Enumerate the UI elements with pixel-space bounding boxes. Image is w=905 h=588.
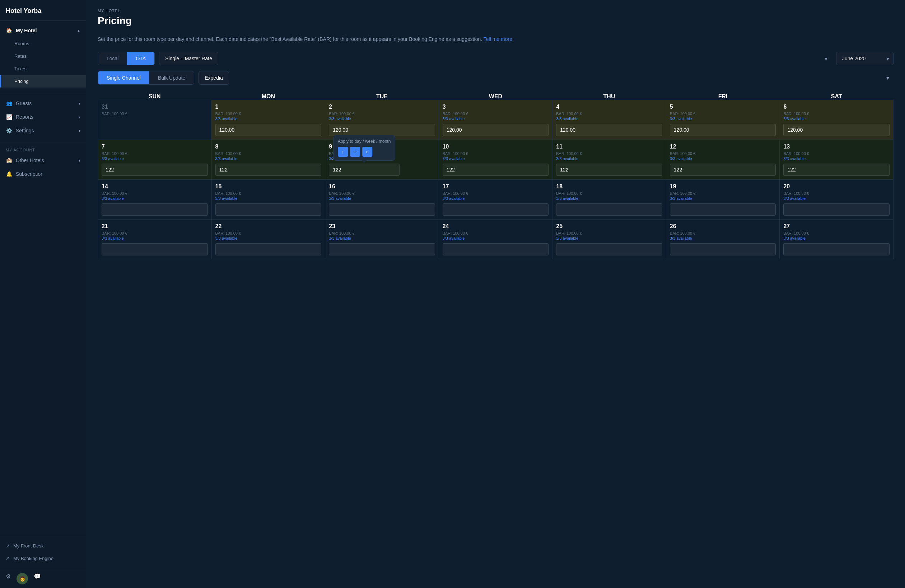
day-bar-rate: BAR: 100,00 €: [329, 112, 435, 116]
description-text: Set the price for this room type per day…: [98, 35, 894, 43]
day-bar-rate: BAR: 100,00 €: [556, 151, 662, 156]
sidebar-item-subscription[interactable]: 🔔 Subscription: [0, 167, 86, 181]
sidebar-item-my-hotel[interactable]: 🏠 My Hotel ▲: [0, 24, 86, 37]
tab-local[interactable]: Local: [98, 52, 127, 65]
day-price-input[interactable]: [670, 203, 776, 216]
day-bar-rate: BAR: 100,00 €: [215, 191, 322, 195]
day-number: 8: [215, 144, 322, 150]
chevron-up-icon: ▲: [77, 29, 80, 33]
calendar-day-header: MON: [211, 93, 325, 100]
day-availability: 3/3 available: [670, 117, 776, 121]
day-bar-rate: BAR: 100,00 €: [215, 112, 322, 116]
tell-me-more-link[interactable]: Tell me more: [484, 36, 512, 42]
day-availability: 3/3 available: [443, 236, 549, 240]
my-booking-engine-link[interactable]: ↗ My Booking Engine: [0, 552, 86, 565]
day-availability: 3/3 available: [443, 117, 549, 121]
day-bar-rate: BAR: 100,00 €: [102, 191, 208, 195]
sidebar-item-other-hotels[interactable]: 🏨 Other Hotels ▾: [0, 154, 86, 167]
day-number: 16: [329, 183, 435, 190]
sidebar-item-rates[interactable]: Rates: [0, 50, 86, 62]
day-availability: 3/3 available: [329, 117, 435, 121]
sidebar-item-settings[interactable]: ⚙️ Settings ▾: [0, 124, 86, 138]
day-price-input[interactable]: [215, 203, 322, 216]
day-price-input[interactable]: [215, 124, 322, 136]
month-select[interactable]: June 2020: [836, 52, 894, 65]
sidebar-item-rooms[interactable]: Rooms: [0, 37, 86, 50]
day-price-input[interactable]: [215, 163, 322, 176]
calendar-day-header: SUN: [98, 93, 212, 100]
day-price-input[interactable]: [556, 124, 662, 136]
day-price-input[interactable]: [556, 163, 662, 176]
calendar-header: SUNMONTUEWEDTHUFRISAT: [98, 93, 894, 100]
rate-select[interactable]: Single – Master Rate: [159, 52, 218, 65]
channel-row: Single Channel Bulk Update Expedia: [98, 71, 894, 85]
day-bar-rate: BAR: 100,00 €: [783, 191, 889, 195]
day-price-input[interactable]: [102, 243, 208, 255]
day-availability: 3/3 available: [215, 196, 322, 201]
day-price-input[interactable]: [102, 203, 208, 216]
day-price-input[interactable]: [670, 124, 776, 136]
day-price-input[interactable]: [556, 203, 662, 216]
calendar-cell: 15BAR: 100,00 €3/3 available: [211, 180, 325, 220]
sidebar-item-taxes[interactable]: Taxes: [0, 62, 86, 75]
day-price-input[interactable]: [670, 243, 776, 255]
calendar-cell: 31BAR: 100,00 €: [98, 100, 212, 140]
chevron-down-icon: ▾: [79, 129, 80, 133]
day-price-input[interactable]: [329, 243, 435, 255]
external-link-icon: ↗: [6, 556, 10, 561]
calendar-cell: 6BAR: 100,00 €3/3 available: [780, 100, 894, 140]
day-price-input[interactable]: [783, 203, 889, 216]
day-bar-rate: BAR: 100,00 €: [783, 231, 889, 235]
day-price-input[interactable]: [329, 124, 435, 136]
day-price-input[interactable]: [443, 124, 549, 136]
day-price-input[interactable]: [670, 163, 776, 176]
my-front-desk-link[interactable]: ↗ My Front Desk: [0, 540, 86, 552]
day-number: 18: [556, 183, 662, 190]
tab-bulk-update[interactable]: Bulk Update: [149, 71, 194, 84]
calendar-cell: 22BAR: 100,00 €3/3 available: [211, 220, 325, 259]
sidebar-item-reports[interactable]: 📈 Reports ▾: [0, 110, 86, 124]
avatar[interactable]: 🧑: [16, 573, 28, 585]
day-availability: 3/3 available: [102, 157, 208, 161]
day-availability: 3/3 available: [556, 117, 662, 121]
day-availability: 3/3 available: [783, 196, 889, 201]
day-number: 4: [556, 104, 662, 110]
calendar-cell: 12BAR: 100,00 €3/3 available: [666, 140, 780, 180]
tab-single-channel[interactable]: Single Channel: [98, 71, 149, 84]
settings-small-icon[interactable]: ⚙: [6, 573, 11, 585]
day-price-input[interactable]: [783, 124, 889, 136]
channel-select[interactable]: Expedia: [198, 71, 229, 85]
day-price-input[interactable]: [102, 163, 208, 176]
day-price-input[interactable]: [329, 163, 400, 176]
day-price-input[interactable]: [556, 243, 662, 255]
apply-week-button[interactable]: ↔: [350, 147, 360, 157]
calendar-cell: 19BAR: 100,00 €3/3 available: [666, 180, 780, 220]
local-ota-tab-group: Local OTA: [98, 52, 155, 65]
day-price-input[interactable]: [443, 243, 549, 255]
day-number: 10: [443, 144, 549, 150]
day-price-input[interactable]: [443, 163, 549, 176]
message-icon[interactable]: 💬: [34, 573, 41, 585]
calendar-cell: 14BAR: 100,00 €3/3 available: [98, 180, 212, 220]
calendar-day-header: FRI: [666, 93, 780, 100]
apply-day-button[interactable]: ↑: [338, 147, 348, 157]
tooltip-container: Apply to day / week / month↑↔○: [329, 163, 400, 176]
day-price-input[interactable]: [443, 203, 549, 216]
day-bar-rate: BAR: 100,00 €: [443, 191, 549, 195]
day-number: 14: [102, 183, 208, 190]
day-availability: 3/3 available: [556, 196, 662, 201]
day-price-input[interactable]: [215, 243, 322, 255]
sidebar-item-pricing[interactable]: Pricing: [0, 75, 86, 87]
hotel-name: Hotel Yorba: [0, 0, 86, 21]
day-bar-rate: BAR: 100,00 €: [556, 191, 662, 195]
account-section-label: MY ACCOUNT: [0, 144, 86, 154]
tab-ota[interactable]: OTA: [127, 52, 154, 65]
sidebar-item-guests[interactable]: 👥 Guests ▾: [0, 97, 86, 110]
calendar-cell: 7BAR: 100,00 €3/3 available: [98, 140, 212, 180]
day-price-input[interactable]: [329, 203, 435, 216]
day-price-input[interactable]: [783, 163, 889, 176]
day-price-input[interactable]: [783, 243, 889, 255]
day-availability: 3/3 available: [556, 236, 662, 240]
chevron-down-icon: ▾: [79, 115, 80, 119]
apply-month-button[interactable]: ○: [362, 147, 372, 157]
